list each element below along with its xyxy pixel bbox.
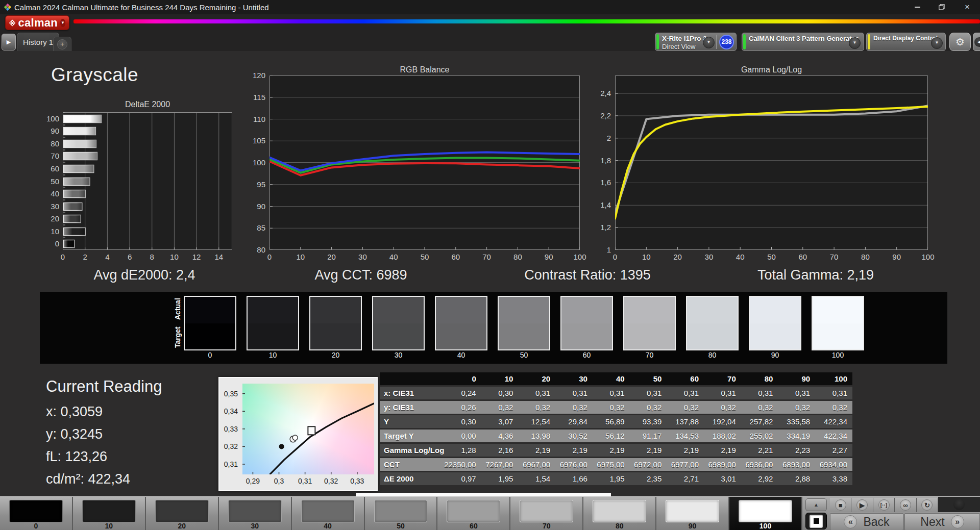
rgb-x-tick: 50: [418, 253, 432, 261]
collapse-toolbar-button[interactable]: ◀: [973, 33, 980, 51]
interval-button[interactable]: [··]: [873, 498, 895, 512]
pattern-window-button[interactable]: [805, 513, 827, 529]
planckian-locus: [270, 403, 374, 474]
back-button[interactable]: « Back: [830, 513, 903, 530]
logo-chevron-down-icon: ▼: [60, 19, 65, 27]
cie-x-tick: 0,3: [269, 477, 289, 485]
rgb-x-tick: 20: [325, 253, 339, 261]
table-column-header: 50: [630, 372, 667, 385]
gamma-y-tick: 1,4: [592, 200, 611, 209]
gamma-y-tick: 1,2: [592, 223, 611, 232]
table-cell: 3,01: [704, 472, 741, 485]
gamma-plot: [615, 75, 928, 250]
minimize-icon: [915, 7, 920, 8]
deltae-2000-chart: DeltaE 2000 0246810121410090807060504030…: [40, 100, 244, 268]
pattern-button-60[interactable]: 60: [437, 497, 510, 530]
rgb-y-tick: 110: [247, 115, 265, 123]
cie-x-tick: 0,31: [295, 477, 315, 485]
pattern-button-70[interactable]: 70: [510, 497, 583, 530]
table-cell: 91,17: [630, 430, 667, 442]
deltae-y-tick: 50: [40, 177, 59, 186]
meter-status-indicator: [656, 34, 659, 49]
meter-dropdown[interactable]: X-Rite i1Pro 2 Direct View ▼ 238: [655, 33, 737, 51]
table-cell: 0,32: [481, 401, 519, 414]
next-label: Next: [920, 515, 944, 529]
table-cell: 0,31: [518, 387, 555, 399]
meter-mode: Direct View: [662, 43, 696, 51]
grayscale-measurement-table: 0102030405060708090100x: CIE310,240,300,…: [380, 371, 854, 487]
deltae-y-tick: 100: [40, 114, 59, 123]
swatch-level-label: 80: [686, 351, 739, 359]
play-button[interactable]: ▶: [851, 498, 873, 512]
table-cell: 137,88: [667, 415, 704, 428]
settings-button[interactable]: ⚙: [949, 33, 971, 51]
table-cell: 0,30: [444, 415, 481, 428]
gamma-x-tick: 80: [858, 253, 872, 261]
pattern-button-10[interactable]: 10: [73, 497, 146, 530]
pattern-button-0[interactable]: 0: [0, 497, 73, 530]
swatch-level-label: 0: [184, 351, 236, 359]
table-cell: 6893,00: [778, 458, 815, 471]
table-cell: 6936,00: [741, 458, 778, 471]
expand-patterns-button[interactable]: ▲: [805, 498, 827, 511]
table-column-header: 10: [481, 372, 519, 385]
table-cell: 422,34: [815, 430, 852, 442]
deltae-y-tick: 10: [40, 227, 59, 236]
gamma-loglog-chart: Gamma Log/Log 2,42,221,81,61,41,21010203…: [592, 65, 939, 269]
pattern-button-90[interactable]: 90: [656, 497, 729, 530]
table-cell: 6975,00: [593, 458, 630, 471]
table-cell: 6977,00: [667, 458, 704, 471]
pattern-button-100[interactable]: 100: [729, 497, 802, 530]
table-cell: 0,32: [815, 401, 852, 414]
table-column-header: 60: [667, 372, 704, 385]
meter-name: X-Rite i1Pro 2: [662, 35, 707, 42]
table-row: x: CIE310,240,300,310,310,310,310,310,31…: [380, 387, 852, 399]
table-cell: 2,19: [704, 444, 741, 457]
rgb-y-tick: 115: [247, 93, 265, 102]
rgb-x-tick: 30: [355, 253, 370, 261]
back-label: Back: [863, 515, 889, 529]
pattern-button-40[interactable]: 40: [292, 497, 365, 530]
grayscale-swatch-0: [184, 296, 236, 350]
gamma-y-tick: 1,6: [592, 178, 611, 187]
table-cell: 1,95: [481, 472, 519, 485]
calman-window: Calman 2024 Calman Ultimate for Business…: [0, 0, 980, 530]
table-cell: 4,36: [481, 430, 519, 442]
refresh-button[interactable]: ↻: [917, 498, 938, 512]
continuous-button[interactable]: ∞: [895, 498, 916, 512]
deltae-x-tick: 6: [124, 253, 136, 261]
table-row: CCT22350,007267,006967,006976,006975,006…: [380, 458, 852, 471]
minimize-button[interactable]: [905, 0, 929, 14]
pattern-button-20[interactable]: 20: [146, 497, 219, 530]
restore-button[interactable]: [930, 0, 953, 14]
gamma-y-tick: 1,8: [592, 156, 611, 165]
swatch-level-label: 10: [247, 351, 299, 359]
pattern-button-50[interactable]: 50: [365, 497, 438, 530]
table-column-header: 90: [778, 372, 815, 385]
pattern-generator-dropdown[interactable]: CalMAN Client 3 Pattern Generator ▼: [742, 33, 864, 51]
pattern-button-80[interactable]: 80: [583, 497, 656, 530]
pattern-button-30[interactable]: 30: [219, 497, 292, 530]
current-reading-y: y: 0,3245: [46, 426, 103, 442]
next-button[interactable]: Next »: [904, 513, 980, 530]
table-row-label: Target Y: [380, 430, 444, 442]
meter-count-badge[interactable]: 238: [719, 35, 734, 49]
close-button[interactable]: ×: [955, 0, 979, 14]
actual-row-label: Actual: [174, 295, 183, 323]
chart-title: Gamma Log/Log: [615, 65, 928, 74]
cie-y-axis: 0,350,340,330,320,31: [219, 378, 240, 492]
tab-add-button[interactable]: +: [53, 37, 71, 51]
stop-button[interactable]: ■: [830, 498, 851, 512]
table-row: Gamma Log/Log1,282,162,192,192,192,192,1…: [380, 444, 852, 457]
display-control-dropdown[interactable]: Direct Display Control ▼: [866, 33, 946, 51]
swatch-level-label: 50: [498, 351, 550, 359]
gamma-x-tick: 60: [796, 253, 810, 261]
grayscale-swatch-90: [749, 296, 801, 350]
deltae-y-tick: 20: [40, 214, 59, 223]
stat-avg-de2000: Avg dE2000: 2,4: [93, 267, 195, 283]
cie-y-tick: 0,33: [219, 425, 238, 433]
tab-scroll-button[interactable]: ▶: [2, 34, 16, 51]
table-cell: 255,02: [741, 430, 778, 442]
calman-logo-button[interactable]: calman ▼: [5, 15, 69, 30]
stop-icon: ■: [835, 499, 846, 511]
